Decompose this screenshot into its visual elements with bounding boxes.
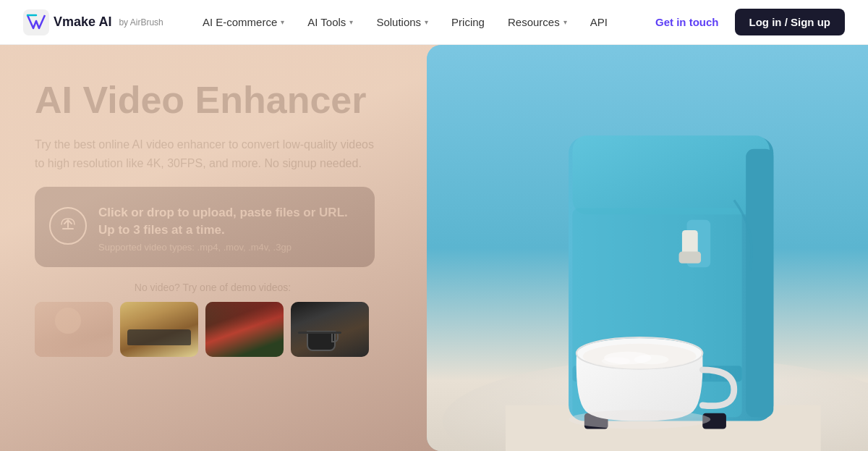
- chevron-down-icon: ▾: [563, 18, 567, 26]
- nav-actions: Get in touch Log in / Sign up: [647, 9, 845, 35]
- svg-point-47: [569, 410, 710, 429]
- get-in-touch-link[interactable]: Get in touch: [647, 10, 728, 34]
- logo-by: by AirBrush: [119, 17, 163, 28]
- demo-thumbs-row: [35, 302, 391, 357]
- nav-api[interactable]: API: [582, 10, 616, 34]
- svg-rect-10: [679, 251, 702, 263]
- svg-point-45: [634, 355, 668, 364]
- navbar: Vmake AI by AirBrush AI E-commerce ▾ AI …: [0, 0, 868, 45]
- demo-thumb-nature[interactable]: [205, 302, 284, 357]
- logo-area: Vmake AI by AirBrush: [23, 9, 163, 35]
- svg-rect-6: [746, 149, 773, 417]
- logo-text: Vmake AI: [54, 14, 111, 30]
- nav-pricing[interactable]: Pricing: [443, 10, 493, 34]
- coffee-machine-illustration: [427, 45, 868, 451]
- hero-background: [427, 45, 868, 451]
- demo-thumb-coffee-cup[interactable]: [291, 302, 369, 357]
- nav-resources[interactable]: Resources ▾: [499, 10, 576, 34]
- nav-solutions[interactable]: Solutions ▾: [367, 10, 437, 34]
- main-content: AI Video Enhancer Try the best online AI…: [0, 45, 868, 451]
- vmake-logo-icon: [23, 9, 49, 35]
- svg-rect-5: [573, 135, 770, 214]
- nav-ai-tools[interactable]: AI Tools ▾: [299, 10, 362, 34]
- demo-videos-section: No video? Try one of demo videos:: [35, 282, 391, 357]
- demo-thumb-car[interactable]: [120, 302, 198, 357]
- demo-thumb-person[interactable]: [35, 302, 113, 357]
- chevron-down-icon: ▾: [349, 18, 353, 26]
- login-signup-button[interactable]: Log in / Sign up: [735, 9, 845, 35]
- chevron-down-icon: ▾: [281, 18, 284, 26]
- svg-point-46: [602, 357, 630, 365]
- hero-image-panel: [427, 45, 868, 451]
- chevron-down-icon: ▾: [425, 18, 428, 26]
- hero-left-panel: AI Video Enhancer Try the best online AI…: [0, 45, 420, 451]
- nav-ai-ecommerce[interactable]: AI E-commerce ▾: [194, 10, 293, 34]
- nav-links: AI E-commerce ▾ AI Tools ▾ Solutions ▾ P…: [194, 10, 616, 34]
